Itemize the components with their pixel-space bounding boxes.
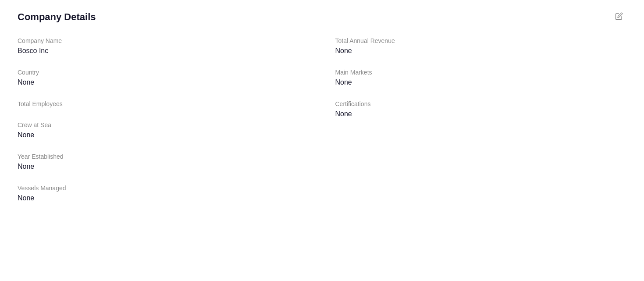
field-year-established: Year Established None <box>18 153 309 171</box>
field-crew-at-sea: Crew at Sea None <box>18 121 309 139</box>
left-column: Company Name Bosco Inc Country None Tota… <box>18 37 309 216</box>
right-column: Total Annual Revenue None Main Markets N… <box>335 37 627 216</box>
field-vessels-managed: Vessels Managed None <box>18 185 309 202</box>
label-country: Country <box>18 69 309 76</box>
value-company-name: Bosco Inc <box>18 47 309 55</box>
edit-button[interactable] <box>612 11 626 23</box>
value-crew-at-sea: None <box>18 131 309 139</box>
page-container: Company Details Company Name Bosco Inc C… <box>0 0 644 227</box>
value-certifications: None <box>335 110 627 118</box>
value-vessels-managed: None <box>18 194 309 202</box>
label-year-established: Year Established <box>18 153 309 160</box>
label-total-employees: Total Employees <box>18 100 309 107</box>
field-total-employees: Total Employees <box>18 100 309 107</box>
page-title: Company Details <box>18 11 96 23</box>
fields-grid: Company Name Bosco Inc Country None Tota… <box>18 37 626 216</box>
value-total-annual-revenue: None <box>335 47 627 55</box>
label-vessels-managed: Vessels Managed <box>18 185 309 192</box>
value-country: None <box>18 78 309 86</box>
field-company-name: Company Name Bosco Inc <box>18 37 309 55</box>
value-main-markets: None <box>335 78 627 86</box>
label-certifications: Certifications <box>335 100 627 107</box>
edit-icon <box>615 12 623 20</box>
label-company-name: Company Name <box>18 37 309 44</box>
field-total-annual-revenue: Total Annual Revenue None <box>335 37 627 55</box>
value-year-established: None <box>18 163 309 171</box>
label-main-markets: Main Markets <box>335 69 627 76</box>
header-row: Company Details <box>18 11 626 23</box>
field-certifications: Certifications None <box>335 100 627 118</box>
label-total-annual-revenue: Total Annual Revenue <box>335 37 627 44</box>
label-crew-at-sea: Crew at Sea <box>18 121 309 128</box>
field-country: Country None <box>18 69 309 86</box>
field-main-markets: Main Markets None <box>335 69 627 86</box>
